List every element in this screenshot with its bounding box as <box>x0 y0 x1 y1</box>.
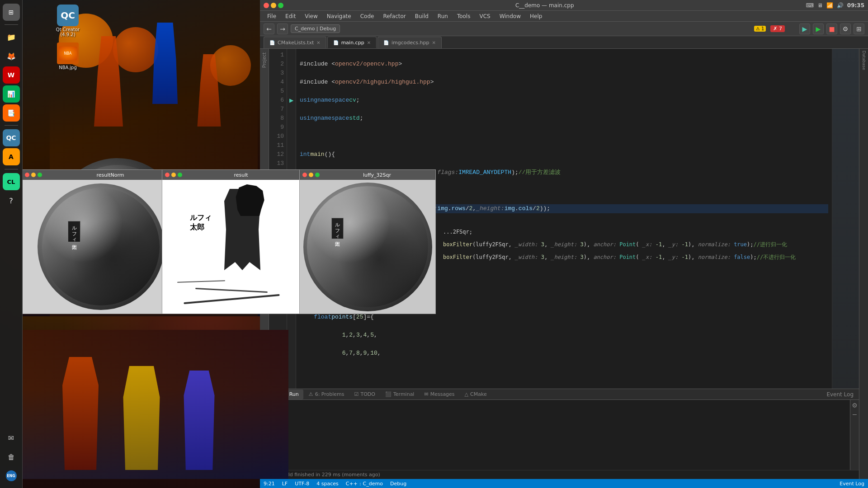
terminal-tab-label: Terminal <box>393 391 415 397</box>
luffy-32sqr-min-button[interactable] <box>309 173 313 177</box>
menu-window[interactable]: Window <box>496 12 524 20</box>
taskbar-browser-icon[interactable]: 🦊 <box>3 47 20 65</box>
menu-tools[interactable]: Tools <box>453 12 474 20</box>
result-window: result ルフィ太郎 <box>162 170 301 314</box>
problems-tab-label: 6: Problems <box>315 391 344 397</box>
desktop-icon-qt-creator[interactable]: QC Qt Creator (4.9.2) <box>50 5 86 37</box>
desktop-icons-area: QC Qt Creator (4.9.2) NBA NBA.jpg <box>25 5 86 70</box>
menu-edit[interactable]: Edit <box>282 12 299 20</box>
menu-file[interactable]: File <box>264 12 280 20</box>
bottom-tab-terminal[interactable]: ⬛ Terminal <box>381 389 419 399</box>
taskbar-mail-icon[interactable]: ✉ <box>3 429 20 446</box>
result-norm-min-button[interactable] <box>31 173 36 177</box>
toolbar-stop-button[interactable]: ■ <box>826 23 837 34</box>
luffy-32sqr-max-button[interactable] <box>315 173 320 177</box>
toolbar-settings-button[interactable]: ⚙ <box>840 23 851 34</box>
result-norm-titlebar: resultNorm <box>22 170 179 180</box>
status-encoding: LF <box>282 481 288 487</box>
code-line-6: int main(){ <box>300 150 828 159</box>
window-luffy-32sqr[interactable]: luffy_32Sqr ルフィ太郎 <box>299 169 436 314</box>
sketch-japanese-text: ルフィ太郎 <box>190 213 212 232</box>
toolbar-maximize-button[interactable]: ⊞ <box>854 23 864 34</box>
menu-navigate[interactable]: Navigate <box>323 12 355 20</box>
bottom-tab-problems[interactable]: ⚠ 6: Problems <box>304 389 349 399</box>
window-result-norm[interactable]: resultNorm ルフィ太郎 <box>22 169 180 314</box>
result-min-button[interactable] <box>171 173 176 177</box>
taskbar-clion-icon[interactable]: CL <box>3 173 20 190</box>
result-close-button[interactable] <box>165 173 170 177</box>
taskbar-calc-icon[interactable]: 📊 <box>3 85 20 103</box>
menu-refactor[interactable]: Refactor <box>379 12 409 20</box>
tab-imgcodecs-close[interactable]: ✕ <box>432 40 436 45</box>
result-norm-window: resultNorm ルフィ太郎 <box>22 170 179 314</box>
menu-vcs[interactable]: VCS <box>476 12 494 20</box>
result-sketch-image: ルフィ太郎 <box>162 180 301 314</box>
code-line-5 <box>300 132 828 141</box>
error-count-badge: ✗ 7 <box>770 25 785 32</box>
ide-minimize-button[interactable] <box>271 3 276 8</box>
ide-title: C__demo — main.cpp <box>287 2 802 9</box>
result-norm-close-button[interactable] <box>25 173 29 177</box>
bottom-desktop-images <box>22 330 288 479</box>
partial-code-line-3: boxFilter(luffy2FSqr, _width: 3, _height… <box>439 251 599 263</box>
bottom-tab-cmake[interactable]: △ CMake <box>460 389 491 399</box>
code-line-15: float points[25]={ <box>300 313 828 322</box>
ide-statusbar: 9:21 LF UTF-8 4 spaces C++: C_demo Debug… <box>260 479 868 488</box>
luffy-badge-norm: ルフィ太郎 <box>68 221 80 242</box>
luffy-32sqr-title: luffy_32Sqr <box>321 172 433 178</box>
result-max-button[interactable] <box>178 173 182 177</box>
taskbar-filebrowser-icon[interactable]: 📁 <box>3 28 20 46</box>
taskbar-applications-icon[interactable]: ⊞ <box>3 4 20 21</box>
menu-run[interactable]: Run <box>434 12 452 20</box>
tab-cmakelists[interactable]: 📄 CMakeLists.txt ✕ <box>264 37 326 48</box>
toolbar-run-button[interactable]: ▶ <box>813 23 824 34</box>
event-log-link[interactable]: Event Log <box>825 391 855 398</box>
taskbar-amazon-icon[interactable]: A <box>3 148 20 165</box>
menu-build[interactable]: Build <box>411 12 432 20</box>
toolbar-build-button[interactable]: ▶ <box>799 23 810 34</box>
result-title: result <box>184 172 298 178</box>
ide-bottom-panel: ▶ 4: Run ⚠ 6: Problems ☑ TODO ⬛ Terminal <box>269 389 859 479</box>
bottom-tab-messages[interactable]: ✉ Messages <box>420 389 459 399</box>
ide-close-button[interactable] <box>264 3 269 8</box>
taskbar-wps-icon[interactable]: W <box>3 66 20 84</box>
taskbar-trash-icon[interactable]: 🗑 <box>3 448 20 465</box>
luffy-32sqr-badge: ルフィ太郎 <box>331 218 344 239</box>
tab-cmakelists-label: CMakeLists.txt <box>278 40 314 46</box>
result-norm-max-button[interactable] <box>38 173 42 177</box>
gear-icon[interactable]: ⚙ <box>852 402 858 409</box>
taskbar-eng-icon[interactable]: ENG <box>3 467 20 484</box>
build-output-area[interactable] <box>278 400 850 470</box>
minus-icon[interactable]: − <box>852 411 858 418</box>
window-result[interactable]: result ルフィ太郎 <box>162 169 301 314</box>
ide-menubar: File Edit View Navigate Code Refactor Bu… <box>260 11 868 22</box>
tab-cmakelists-close[interactable]: ✕ <box>316 40 320 45</box>
keyboard-tray-icon: ⌨ <box>806 2 813 9</box>
menu-help[interactable]: Help <box>526 12 546 20</box>
tab-imgcodecs[interactable]: 📄 imgcodecs.hpp ✕ <box>377 37 442 48</box>
taskbar-qt-icon[interactable]: QC <box>3 129 20 146</box>
toolbar-config-dropdown[interactable]: C_demo | Debug <box>291 24 340 33</box>
tab-main-cpp[interactable]: 📄 main.cpp ✕ <box>327 37 377 48</box>
taskbar-help-icon[interactable]: ? <box>3 192 20 209</box>
database-panel-label[interactable]: Database <box>862 51 866 70</box>
terminal-tab-icon: ⬛ <box>385 391 392 397</box>
desktop-icon-nba-label: NBA.jpg <box>59 65 77 70</box>
toolbar-back-button[interactable]: ← <box>264 23 274 34</box>
desktop-icon-nba[interactable]: NBA NBA.jpg <box>50 42 86 70</box>
toolbar-forward-button[interactable]: → <box>277 23 288 34</box>
code-line-2: #include <opencv2/highgui/highgui.hpp> <box>300 78 828 87</box>
luffy-32sqr-close-button[interactable] <box>302 173 307 177</box>
bottom-tab-todo[interactable]: ☑ TODO <box>350 389 380 399</box>
ide-window-controls <box>264 3 283 8</box>
warning-count-badge: ⚠ 1 <box>754 26 766 32</box>
tab-main-cpp-close[interactable]: ✕ <box>367 40 371 45</box>
code-minimap[interactable] <box>832 49 859 389</box>
result-titlebar: result <box>162 170 301 180</box>
code-line-17: 6,7,8,9,10, <box>300 349 828 358</box>
menu-view[interactable]: View <box>301 12 321 20</box>
taskbar-impress-icon[interactable]: 📑 <box>3 104 20 122</box>
status-event-log: Event Log <box>840 481 864 487</box>
menu-code[interactable]: Code <box>357 12 378 20</box>
ide-maximize-button[interactable] <box>278 3 283 8</box>
